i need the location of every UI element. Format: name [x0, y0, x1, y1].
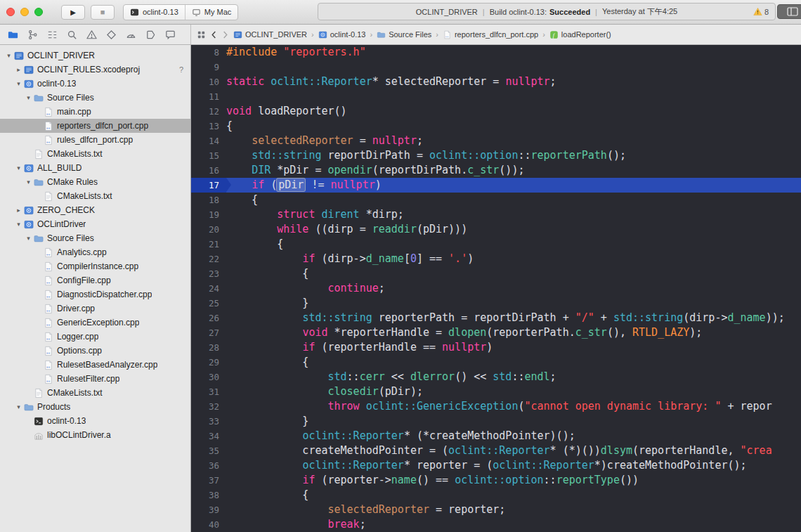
stop-button[interactable]: ■: [91, 5, 115, 20]
sidebar-item-liboclintdriver-a[interactable]: libOCLintDriver.a: [0, 428, 190, 442]
sidebar-item-oclint-0-13[interactable]: ▾oclint-0.13: [0, 77, 190, 91]
zoom-button[interactable]: [34, 8, 43, 16]
code-line-10[interactable]: 10static oclint::Reporter* selectedRepor…: [191, 74, 801, 89]
disclosure-open-icon[interactable]: ▾: [24, 91, 33, 105]
sidebar-item-options-cpp[interactable]: ++Options.cpp: [0, 344, 190, 358]
code-line-29[interactable]: 29 {: [191, 355, 801, 370]
sidebar-item-driver-cpp[interactable]: ++Driver.cpp: [0, 301, 190, 316]
disclosure-open-icon[interactable]: ▾: [14, 161, 23, 175]
breadcrumb-item-oclint-0-13[interactable]: oclint-0.13: [318, 30, 366, 39]
minimize-button[interactable]: [20, 8, 29, 16]
sidebar-item-configfile-cpp[interactable]: ++ConfigFile.cpp: [0, 273, 190, 287]
code-line-24[interactable]: 24 continue;: [191, 281, 801, 296]
sidebar-item-diagnosticdispatcher-cpp[interactable]: ++DiagnosticDispatcher.cpp: [0, 287, 190, 301]
project-navigator-icon[interactable]: [7, 29, 19, 41]
sidebar-item-oclint-rules-xcodeproj[interactable]: ▸OCLINT_RULES.xcodeproj?: [0, 63, 190, 77]
sidebar-item-all-build[interactable]: ▾ALL_BUILD: [0, 161, 190, 175]
code-line-12[interactable]: 12void loadReporter(): [191, 104, 801, 119]
code-line-35[interactable]: 35 createMethodPointer = (oclint::Report…: [191, 443, 801, 458]
code-line-37[interactable]: 37 if (reporter->name() == oclint::optio…: [191, 473, 801, 488]
code-line-11[interactable]: 11: [191, 89, 801, 104]
code-line-22[interactable]: 22 if (dirp->d_name[0] == '.'): [191, 252, 801, 266]
sidebar-item-source-files[interactable]: ▾Source Files: [0, 231, 190, 245]
sidebar-item-reporters-dlfcn-port-cpp[interactable]: ++reporters_dlfcn_port.cpp: [0, 119, 190, 133]
sidebar-item-logger-cpp[interactable]: ++Logger.cpp: [0, 330, 190, 344]
issue-navigator-icon[interactable]: [86, 29, 98, 41]
code-line-8[interactable]: 8#include "reporters.h": [191, 45, 801, 60]
code-line-30[interactable]: 30 std::cerr << dlerror() << std::endl;: [191, 370, 801, 384]
breadcrumb-item-oclint-driver[interactable]: OCLINT_DRIVER: [233, 30, 307, 39]
breakpoint-navigator-icon[interactable]: [145, 29, 157, 41]
warning-badge[interactable]: 8: [753, 4, 769, 20]
source-control-navigator-icon[interactable]: [27, 29, 39, 41]
code-line-16[interactable]: 16 DIR *pDir = opendir(reportDirPath.c_s…: [191, 163, 801, 178]
sidebar-item-rulesetfilter-cpp[interactable]: ++RulesetFilter.cpp: [0, 372, 190, 386]
sidebar-item-cmakelists-txt[interactable]: CMakeLists.txt: [0, 147, 190, 161]
test-navigator-icon[interactable]: [105, 29, 117, 41]
sidebar-item-compilerinstance-cpp[interactable]: ++CompilerInstance.cpp: [0, 259, 190, 273]
report-navigator-icon[interactable]: [164, 29, 176, 41]
code-line-17[interactable]: 17 if (pDir != nullptr): [191, 178, 801, 193]
disclosure-open-icon[interactable]: ▾: [14, 217, 23, 231]
disclosure-closed-icon[interactable]: ▸: [14, 203, 23, 217]
breadcrumb-item-loadreporter-[interactable]: floadReporter(): [549, 30, 611, 39]
disclosure-open-icon[interactable]: ▾: [4, 48, 13, 63]
scheme-target-segment[interactable]: oclint-0.13: [124, 5, 185, 20]
editor-toggle-button[interactable]: [777, 4, 801, 19]
sidebar-item-oclintdriver[interactable]: ▾OCLintDriver: [0, 217, 190, 231]
sidebar-item-rules-dlfcn-port-cpp[interactable]: ++rules_dlfcn_port.cpp: [0, 133, 190, 147]
code-line-34[interactable]: 34 oclint::Reporter* (*createMethodPoint…: [191, 429, 801, 443]
forward-button[interactable]: [222, 30, 228, 39]
code-line-32[interactable]: 32 throw oclint::GenericException("canno…: [191, 399, 801, 414]
breadcrumb-item-reporters-dlfcn-port-cpp[interactable]: ++reporters_dlfcn_port.cpp: [443, 30, 538, 39]
code-line-19[interactable]: 19 struct dirent *dirp;: [191, 207, 801, 222]
sidebar-item-zero-check[interactable]: ▸ZERO_CHECK: [0, 203, 190, 217]
breadcrumb-label: reporters_dlfcn_port.cpp: [455, 30, 538, 39]
code-line-39[interactable]: 39 selectedReporter = reporter;: [191, 502, 801, 517]
code-line-31[interactable]: 31 closedir(pDir);: [191, 384, 801, 399]
related-items-button[interactable]: [197, 30, 206, 39]
sidebar-item-analytics-cpp[interactable]: ++Analytics.cpp: [0, 245, 190, 259]
sidebar-item-genericexception-cpp[interactable]: ++GenericException.cpp: [0, 316, 190, 330]
code-line-25[interactable]: 25 }: [191, 296, 801, 311]
debug-navigator-icon[interactable]: [125, 29, 137, 41]
source-editor[interactable]: 8#include "reporters.h"910static oclint:…: [191, 45, 801, 532]
code-line-23[interactable]: 23 {: [191, 266, 801, 281]
code-line-26[interactable]: 26 std::string reporterPath = reportDirP…: [191, 311, 801, 325]
scheme-selector[interactable]: oclint-0.13 My Mac: [123, 4, 238, 20]
scheme-destination-segment[interactable]: My Mac: [185, 5, 238, 20]
code-line-14[interactable]: 14 selectedReporter = nullptr;: [191, 134, 801, 148]
code-line-9[interactable]: 9: [191, 60, 801, 74]
disclosure-open-icon[interactable]: ▾: [24, 231, 33, 245]
sidebar-item-products[interactable]: ▾Products: [0, 400, 190, 414]
sidebar-item-source-files[interactable]: ▾Source Files: [0, 91, 190, 105]
sidebar-item-rulesetbasedanalyzer-cpp[interactable]: ++RulesetBasedAnalyzer.cpp: [0, 358, 190, 372]
find-navigator-icon[interactable]: [66, 29, 78, 41]
sidebar-item-cmakelists-txt[interactable]: CMakeLists.txt: [0, 386, 190, 400]
breadcrumb-item-source-files[interactable]: Source Files: [377, 30, 431, 39]
code-line-20[interactable]: 20 while ((dirp = readdir(pDir))): [191, 222, 801, 237]
disclosure-closed-icon[interactable]: ▸: [14, 63, 23, 77]
code-line-40[interactable]: 40 break;: [191, 517, 801, 532]
disclosure-open-icon[interactable]: ▾: [14, 400, 23, 414]
sidebar-item-main-cpp[interactable]: ++main.cpp: [0, 105, 190, 119]
code-line-18[interactable]: 18 {: [191, 193, 801, 207]
code-line-28[interactable]: 28 if (reporterHandle == nullptr): [191, 340, 801, 355]
close-button[interactable]: [6, 8, 15, 16]
code-line-38[interactable]: 38 {: [191, 488, 801, 502]
back-button[interactable]: [211, 30, 217, 39]
code-line-13[interactable]: 13{: [191, 119, 801, 134]
sidebar-item-cmakelists-txt[interactable]: CMakeLists.txt: [0, 189, 190, 203]
symbol-navigator-icon[interactable]: [46, 29, 58, 41]
code-line-27[interactable]: 27 void *reporterHandle = dlopen(reporte…: [191, 325, 801, 340]
disclosure-open-icon[interactable]: ▾: [14, 77, 23, 91]
code-line-36[interactable]: 36 oclint::Reporter* reporter = (oclint:…: [191, 458, 801, 473]
sidebar-item-oclint-0-13[interactable]: oclint-0.13: [0, 414, 190, 428]
code-line-33[interactable]: 33 }: [191, 414, 801, 429]
sidebar-item-oclint-driver[interactable]: ▾OCLINT_DRIVER: [0, 48, 190, 63]
sidebar-item-cmake-rules[interactable]: ▾CMake Rules: [0, 175, 190, 189]
code-line-15[interactable]: 15 std::string reportDirPath = oclint::o…: [191, 148, 801, 163]
run-button[interactable]: ▶: [61, 5, 85, 20]
disclosure-open-icon[interactable]: ▾: [24, 175, 33, 189]
code-line-21[interactable]: 21 {: [191, 237, 801, 252]
